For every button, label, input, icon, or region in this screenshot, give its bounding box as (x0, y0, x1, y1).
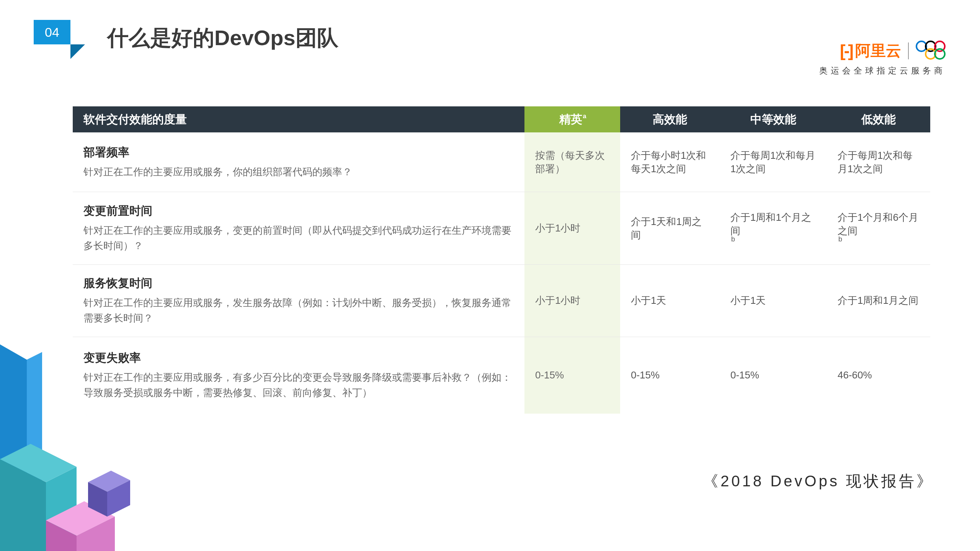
svg-marker-8 (88, 471, 130, 492)
aliyun-bracket-icon: [-] (840, 41, 852, 60)
col-header-high: 高效能 (620, 106, 720, 132)
page-number-badge: 04 (34, 20, 70, 44)
svg-marker-2 (0, 459, 46, 551)
col-header-low: 低效能 (827, 106, 930, 132)
page-number: 04 (45, 25, 59, 40)
high-cell: 小于1天 (620, 265, 720, 337)
high-cell: 0-15% (620, 337, 720, 414)
high-cell: 介于每小时1次和每天1次之间 (620, 132, 720, 192)
table-row: 服务恢复时间 针对正在工作的主要应用或服务，发生服务故障（例如：计划外中断、服务… (73, 265, 930, 337)
svg-marker-6 (77, 517, 115, 551)
metric-title: 部署频率 (83, 145, 514, 160)
table-header-row: 软件交付效能的度量 精英a 高效能 中等效能 低效能 (73, 106, 930, 132)
mid-cell: 小于1天 (720, 265, 827, 337)
aliyun-logo: [-] 阿里云 (840, 40, 901, 61)
metric-desc: 针对正在工作的主要应用或服务，你的组织部署代码的频率？ (83, 164, 514, 179)
brand-logo-row: [-] 阿里云 (819, 40, 946, 61)
metric-cell: 服务恢复时间 针对正在工作的主要应用或服务，发生服务故障（例如：计划外中断、服务… (73, 265, 524, 337)
table-row: 变更失败率 针对正在工作的主要应用或服务，有多少百分比的变更会导致服务降级或需要… (73, 337, 930, 414)
metric-title: 服务恢复时间 (83, 276, 514, 291)
svg-marker-7 (46, 520, 77, 551)
elite-cell: 0-15% (524, 337, 620, 414)
elite-cell: 小于1小时 (524, 192, 620, 264)
metric-title: 变更失败率 (83, 350, 514, 366)
low-cell: 介于1个月和6个月之间 b (827, 192, 930, 264)
mid-cell: 介于每周1次和每月1次之间 (720, 132, 827, 192)
elite-cell: 小于1小时 (524, 265, 620, 337)
slide-title: 什么是好的DevOps团队 (107, 24, 338, 53)
brand-logo-block: [-] 阿里云 奥运会全球指定云服务商 (819, 40, 946, 77)
metric-cell: 部署频率 针对正在工作的主要应用或服务，你的组织部署代码的频率？ (73, 132, 524, 192)
low-cell-sup: b (838, 235, 920, 243)
col-header-elite-sup: a (583, 113, 586, 120)
metrics-table: 软件交付效能的度量 精英a 高效能 中等效能 低效能 部署频率 针对正在工作的主… (73, 106, 930, 414)
metric-desc: 针对正在工作的主要应用或服务，变更的前置时间（即从代码提交到代码成功运行在生产环… (83, 223, 514, 254)
col-header-metric: 软件交付效能的度量 (73, 106, 524, 132)
table-row: 部署频率 针对正在工作的主要应用或服务，你的组织部署代码的频率？ 按需（每天多次… (73, 132, 930, 192)
low-cell: 介于1周和1月之间 (827, 265, 930, 337)
col-header-elite: 精英a (524, 106, 620, 132)
brand-subtitle: 奥运会全球指定云服务商 (819, 65, 946, 77)
table-row: 变更前置时间 针对正在工作的主要应用或服务，变更的前置时间（即从代码提交到代码成… (73, 192, 930, 265)
low-cell: 46-60% (827, 337, 930, 414)
low-cell-text: 介于1个月和6个月之间 (838, 211, 920, 238)
metric-cell: 变更失败率 针对正在工作的主要应用或服务，有多少百分比的变更会导致服务降级或需要… (73, 337, 524, 414)
olympic-rings-icon (916, 41, 946, 61)
svg-marker-5 (46, 501, 115, 536)
metric-cell: 变更前置时间 针对正在工作的主要应用或服务，变更的前置时间（即从代码提交到代码成… (73, 192, 524, 264)
mid-cell-text: 介于1周和1个月之间 (730, 211, 816, 238)
svg-marker-4 (0, 444, 77, 482)
aliyun-text: 阿里云 (855, 40, 901, 61)
metric-desc: 针对正在工作的主要应用或服务，有多少百分比的变更会导致服务降级或需要事后补救？（… (83, 370, 514, 401)
svg-marker-9 (107, 480, 130, 517)
mid-cell: 0-15% (720, 337, 827, 414)
low-cell: 介于每周1次和每月1次之间 (827, 132, 930, 192)
svg-marker-0 (0, 344, 27, 520)
badge-corner-decoration (70, 44, 85, 59)
svg-marker-3 (46, 467, 77, 551)
high-cell: 介于1天和1周之间 (620, 192, 720, 264)
metric-title: 变更前置时间 (83, 203, 514, 219)
source-citation: 《2018 DevOps 现状报告》 (703, 471, 934, 492)
mid-cell-sup: b (731, 235, 817, 243)
col-header-mid: 中等效能 (720, 106, 827, 132)
elite-cell: 按需（每天多次部署） (524, 132, 620, 192)
logo-divider (908, 42, 909, 59)
col-header-elite-text: 精英 (559, 112, 582, 127)
svg-marker-1 (27, 352, 42, 505)
metric-desc: 针对正在工作的主要应用或服务，发生服务故障（例如：计划外中断、服务受损），恢复服… (83, 295, 514, 326)
mid-cell: 介于1周和1个月之间 b (720, 192, 827, 264)
svg-marker-10 (88, 482, 107, 517)
